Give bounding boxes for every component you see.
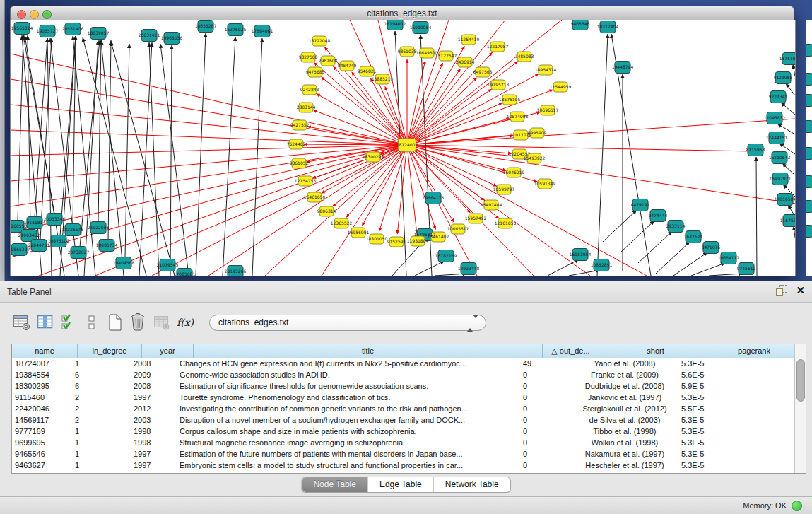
table-row[interactable]: 1456911722003Disruption of a novel membe… [12,414,795,426]
table-cell: 5.6E-5 [678,369,757,380]
network-view[interactable]: 1956532419055727205314061883905720631421… [10,20,796,276]
graph-node-label: 15276025 [225,27,247,32]
graph-node-label: 2933114 [666,223,686,228]
table-selector-dropdown[interactable]: citations_edges.txt [209,315,486,331]
close-panel-icon[interactable]: ✕ [796,285,805,296]
column-visibility-icon[interactable] [35,312,56,333]
graph-node-teal [806,200,812,213]
graph-node-teal [806,120,812,133]
table-row[interactable]: 911546021997Tourette syndrome. Phenomeno… [12,392,795,403]
tab-edge-table[interactable]: Edge Table [367,477,433,492]
graph-node-label: 18722048 [309,38,331,43]
graph-node-label: 16046219 [503,170,525,175]
column-header[interactable]: year [142,344,194,358]
graph-edge-black [35,38,47,217]
graph-node-label: 10654112 [718,255,740,260]
table-cell: 2012 [131,403,177,414]
table-cell: Jankovic et al. (1997) [571,392,678,403]
graph-node-label: 7485083 [515,54,534,59]
graph-node-label: 17564061 [252,28,273,33]
graph-edge-black [149,42,159,276]
graph-node-label: 11931804 [407,238,429,243]
table-cell: 5.3E-5 [678,437,757,448]
column-header[interactable]: name [12,344,78,358]
table-row[interactable]: 946554611997Estimation of the future num… [12,448,795,460]
graph-node-label: 18985734 [96,243,118,247]
table-row[interactable]: 969969511998Structural magnetic resonanc… [12,437,795,448]
table-cell: Corpus callosum shape and size in male p… [177,426,520,437]
table-cell: Wolkin et al. (1998) [571,437,678,448]
column-header[interactable]: title [194,344,543,358]
graph-node-label: 8454749 [338,63,357,68]
graph-node-label: 8995909 [528,130,547,135]
table-cell: 1 [72,426,131,437]
graph-node-label: 15751074 [779,56,795,61]
table-cell: 2009 [131,369,177,380]
column-header[interactable]: short [599,344,712,358]
scrollbar-thumb[interactable] [796,359,805,402]
graph-node-label: 9475685 [306,69,325,74]
table-cell: 6 [72,380,131,392]
graph-edge-red [407,145,534,276]
graph-node-label: 16782759 [435,253,457,258]
graph-node-label: 7632621 [684,234,703,239]
table-panel: ☷ Table Panel ✕ f(x) citation [0,281,812,514]
float-panel-icon[interactable] [776,285,787,296]
graph-node-label: 20195266 [225,269,247,274]
function-builder-icon[interactable]: f(x) [175,312,196,333]
graph-node-label: 19565327 [11,247,30,252]
delete-column-icon[interactable] [128,312,149,333]
table-cell: 1 [72,358,131,369]
select-rows-icon[interactable] [58,312,79,333]
graph-node-label: 15885210 [372,76,394,81]
column-header[interactable]: pagerank [712,344,796,358]
table-cell: Embryonic stem cells: a model to study s… [177,460,520,471]
window-title: citations_edges.txt [11,8,794,18]
graph-node-label: 17085681 [174,271,196,276]
graph-node-label: 9327508 [299,54,318,59]
graph-node-teal [806,94,812,107]
table-cell: Stergiakouli et al. (2012) [571,403,678,414]
window-titlebar[interactable]: citations_edges.txt [10,6,794,21]
table-cell: 5.3E-5 [678,392,757,403]
table-row[interactable]: 977716911998Corpus callosum shape and si… [12,426,795,437]
table-row[interactable]: 1938455462009Genome-wide association stu… [12,369,795,380]
graph-edge-red [11,79,407,145]
graph-edge-black [548,259,579,276]
deselect-rows-icon[interactable] [81,312,102,333]
table-cell: de Silva et al. (2003) [571,414,678,426]
table-row[interactable]: 2242004622012Investigating the contribut… [12,403,795,414]
graph-edge-black [98,40,101,222]
table-scrollbar[interactable] [794,344,806,473]
graph-node-label: 19055727 [37,28,59,33]
column-header[interactable]: in_degree [78,344,142,358]
table-row[interactable]: 1872400712008Changes of HCN gene express… [12,358,795,369]
table-row[interactable]: 1830029562008Estimation of significance … [12,380,795,392]
tab-node-table[interactable]: Node Table [302,477,367,492]
network-canvas[interactable]: 1956532419055727205314061883905720631421… [11,20,795,276]
background-window-edge [0,0,5,281]
table-cell: 1 [72,437,131,448]
table-cell: 5.5E-5 [678,403,757,414]
table-cell: 2 [72,392,131,403]
graph-node-label: 19564175 [423,195,445,200]
graph-node-label: 15493922 [524,156,546,160]
table-row[interactable]: 946362711997Embryonic stem cells: a mode… [12,460,795,471]
table-cell: 22420046 [12,403,72,414]
graph-node-label: 20531406 [62,26,84,31]
table-cell: 9699695 [12,437,72,448]
graph-node-label: 12217987 [487,44,509,49]
graph-node-label: 9227341 [769,94,788,99]
graph-node-label: 9806314 [317,209,336,214]
table-cell: 1998 [131,437,177,448]
graph-node-label: 11254419 [458,37,480,42]
new-column-icon[interactable] [105,312,126,333]
graph-node-label: 12161655 [495,221,517,226]
tab-network-table[interactable]: Network Table [433,477,510,492]
table-settings-icon[interactable] [11,312,33,333]
table-cell: 1 [72,448,131,460]
graph-node-label: 10852851 [591,262,613,267]
column-header[interactable]: △ out_de... [543,344,599,358]
graph-node-label: 11675330 [780,218,795,223]
table-cell: 1 [72,460,131,471]
